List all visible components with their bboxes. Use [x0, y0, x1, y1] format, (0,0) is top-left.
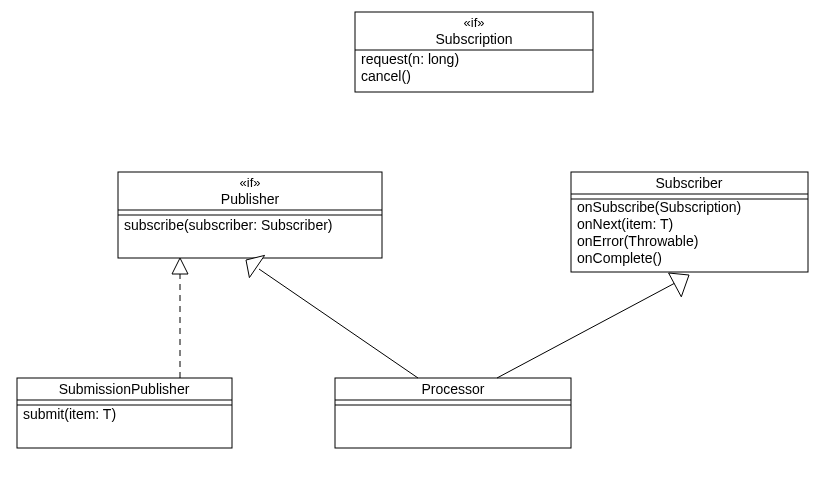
subscriber-method-2: onError(Throwable): [577, 233, 698, 249]
class-subscription: «if» Subscription request(n: long) cance…: [355, 12, 593, 92]
svg-marker-17: [246, 255, 265, 277]
subscription-stereotype: «if»: [464, 15, 485, 30]
class-submission-publisher: SubmissionPublisher submit(item: T): [17, 378, 232, 448]
rel-processor-publisher: [246, 255, 418, 378]
class-subscriber: Subscriber onSubscribe(Subscription) onN…: [571, 172, 808, 272]
svg-marker-15: [172, 258, 188, 274]
subscriber-name: Subscriber: [656, 175, 723, 191]
class-processor: Processor: [335, 378, 571, 448]
svg-line-18: [497, 283, 675, 378]
rel-submissionpublisher-publisher: [172, 258, 188, 378]
submission-publisher-method-0: submit(item: T): [23, 406, 116, 422]
class-publisher: «if» Publisher subscribe(subscriber: Sub…: [118, 172, 382, 258]
processor-name: Processor: [421, 381, 484, 397]
rel-processor-subscriber: [497, 273, 689, 378]
publisher-name: Publisher: [221, 191, 280, 207]
subscriber-method-0: onSubscribe(Subscription): [577, 199, 741, 215]
uml-diagram: «if» Subscription request(n: long) cance…: [0, 0, 840, 500]
subscriber-method-3: onComplete(): [577, 250, 662, 266]
submission-publisher-name: SubmissionPublisher: [59, 381, 190, 397]
publisher-stereotype: «if»: [240, 175, 261, 190]
subscription-name: Subscription: [435, 31, 512, 47]
publisher-method-0: subscribe(subscriber: Subscriber): [124, 217, 333, 233]
subscriber-method-1: onNext(item: T): [577, 216, 673, 232]
subscription-method-1: cancel(): [361, 68, 411, 84]
svg-line-16: [259, 269, 418, 378]
subscription-method-0: request(n: long): [361, 51, 459, 67]
